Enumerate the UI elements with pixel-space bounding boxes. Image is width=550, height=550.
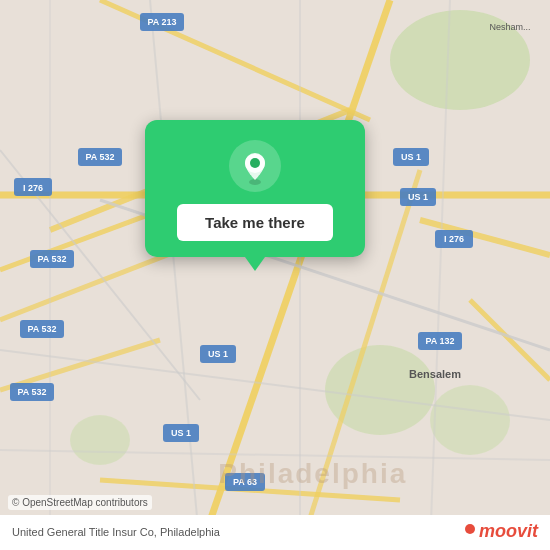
map-container: PA 213 I 276 PA 532 PA 532 PA 532 PA 532…: [0, 0, 550, 550]
svg-text:US 1: US 1: [401, 152, 421, 162]
moovit-logo: moovit: [465, 521, 538, 542]
svg-text:PA 532: PA 532: [17, 387, 46, 397]
location-popup: Take me there: [145, 120, 365, 257]
svg-text:PA 213: PA 213: [147, 17, 176, 27]
bottom-bar: United General Title Insur Co, Philadelp…: [0, 515, 550, 550]
moovit-dot: [465, 524, 475, 534]
svg-text:PA 532: PA 532: [37, 254, 66, 264]
svg-point-4: [70, 415, 130, 465]
svg-text:US 1: US 1: [171, 428, 191, 438]
city-watermark: Philadelphia: [218, 458, 407, 490]
svg-text:PA 132: PA 132: [425, 336, 454, 346]
svg-text:US 1: US 1: [408, 192, 428, 202]
svg-point-56: [250, 158, 260, 168]
svg-text:US 1: US 1: [208, 349, 228, 359]
svg-text:I 276: I 276: [23, 183, 43, 193]
location-pin-icon: [229, 140, 281, 192]
svg-text:Bensalem: Bensalem: [409, 368, 461, 380]
svg-point-3: [430, 385, 510, 455]
svg-text:Nesham...: Nesham...: [489, 22, 530, 32]
moovit-text: moovit: [479, 521, 538, 542]
map-attribution: © OpenStreetMap contributors: [8, 495, 152, 510]
svg-text:PA 532: PA 532: [85, 152, 114, 162]
svg-text:I 276: I 276: [444, 234, 464, 244]
place-name-label: United General Title Insur Co, Philadelp…: [12, 526, 220, 538]
take-me-there-button[interactable]: Take me there: [177, 204, 333, 241]
svg-text:PA 532: PA 532: [27, 324, 56, 334]
